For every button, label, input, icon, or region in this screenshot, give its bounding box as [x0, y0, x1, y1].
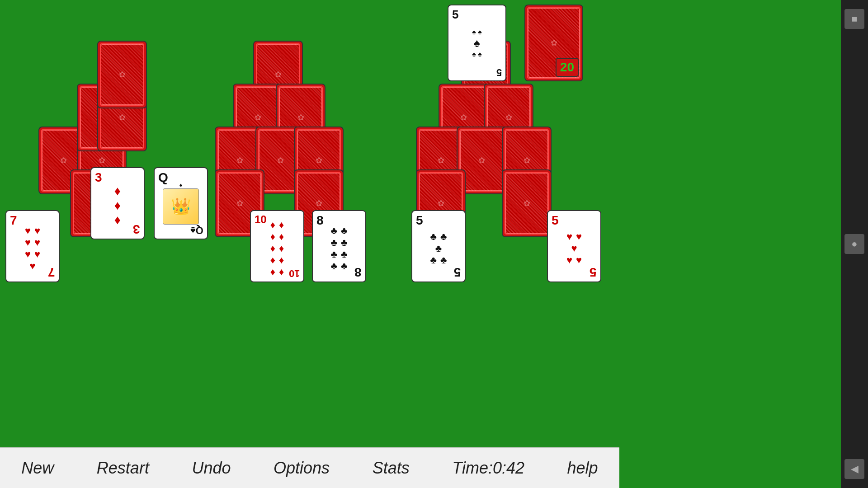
- card-five-clubs[interactable]: 5 ♣♣ ♣ ♣♣ 5: [411, 210, 466, 282]
- waste-pile-card[interactable]: 20: [524, 5, 583, 81]
- options-button[interactable]: Options: [264, 454, 339, 482]
- game-area: 7 ♥♥ ♥♥ ♥♥ ♥ 7 3 ♦ ♦ ♦ 3 Q ♠: [0, 0, 619, 488]
- stock-top-card[interactable]: 5 ♠ ♠ ♠ ♠ ♠ 5: [448, 5, 506, 81]
- pyramid-card[interactable]: [97, 41, 147, 108]
- right-panel: ■ ● ◀: [619, 0, 868, 488]
- scrollbar: ■ ● ◀: [841, 0, 868, 488]
- bottom-toolbar: New Restart Undo Options Stats Time:0:42…: [0, 447, 619, 488]
- back-button[interactable]: ◀: [844, 459, 864, 479]
- card-three-diamonds[interactable]: 3 ♦ ♦ ♦ 3: [90, 167, 145, 239]
- circle-button[interactable]: ●: [844, 234, 864, 254]
- score-badge: 20: [556, 58, 579, 77]
- time-display: Time:0:42: [443, 454, 533, 482]
- new-button[interactable]: New: [12, 454, 63, 482]
- card-five-hearts[interactable]: 5 ♥♥ ♥ ♥♥ 5: [547, 210, 601, 282]
- stop-button[interactable]: ■: [844, 9, 864, 29]
- card-seven-hearts[interactable]: 7 ♥♥ ♥♥ ♥♥ ♥ 7: [5, 210, 60, 282]
- pyramid-card[interactable]: [502, 169, 552, 237]
- card-ten-diamonds[interactable]: 10 ♦♦ ♦♦ ♦♦ ♦♦ ♦♦ 10: [250, 210, 304, 282]
- card-eight-clubs[interactable]: 8 ♣♣ ♣♣ ♣♣ ♣♣ 8: [312, 210, 366, 282]
- undo-button[interactable]: Undo: [183, 454, 240, 482]
- stats-button[interactable]: Stats: [363, 454, 419, 482]
- card-queen-spades[interactable]: Q ♠ 👑 Q♠: [154, 167, 208, 239]
- restart-button[interactable]: Restart: [88, 454, 158, 482]
- help-button[interactable]: help: [558, 454, 607, 482]
- play-field: 7 ♥♥ ♥♥ ♥♥ ♥ 7 3 ♦ ♦ ♦ 3 Q ♠: [0, 0, 619, 447]
